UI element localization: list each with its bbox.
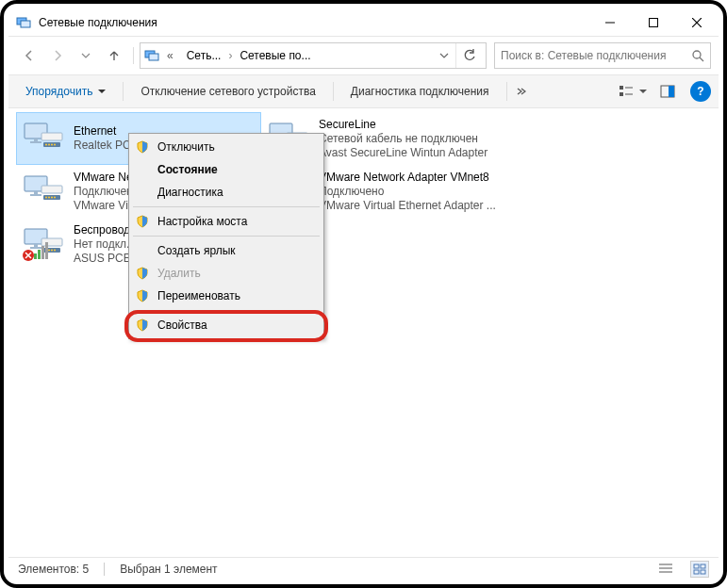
svg-rect-7 [149,54,158,60]
svg-point-60 [54,250,56,252]
ctx-delete: Удалить [131,262,322,285]
status-bar: Элементов: 5 Выбран 1 элемент [8,557,719,580]
svg-rect-63 [41,246,44,259]
svg-point-41 [51,197,53,199]
ctx-disable[interactable]: Отключить [131,136,322,158]
svg-point-22 [48,144,50,146]
svg-point-40 [48,197,50,199]
svg-point-24 [54,144,56,146]
breadcrumb-back[interactable]: « [161,47,179,64]
svg-rect-73 [694,570,699,574]
svg-rect-3 [650,19,658,27]
details-view-button[interactable] [656,561,675,578]
ctx-bridge[interactable]: Настройка моста [131,210,322,233]
maximize-button[interactable] [632,8,675,37]
svg-rect-15 [669,86,674,97]
ctx-properties[interactable]: Свойства [131,314,322,336]
svg-rect-36 [30,194,41,196]
connection-adapter: Avast SecureLine Wintun Adapter [319,146,502,160]
minimize-button[interactable] [588,8,632,37]
window-title: Сетевые подключения [39,16,588,29]
svg-rect-35 [34,191,38,194]
svg-rect-1 [21,21,30,27]
svg-rect-61 [34,253,37,259]
svg-rect-11 [620,92,623,96]
context-menu: Отключить Состояние Диагностика Настройк… [128,133,324,339]
svg-rect-17 [34,139,38,141]
toolbar-overflow[interactable] [515,87,528,96]
back-button[interactable] [16,42,42,69]
app-icon [16,15,31,30]
organize-button[interactable]: Упорядочить [16,81,115,102]
large-icons-view-button[interactable] [690,561,709,578]
svg-rect-37 [41,186,62,193]
location-icon [144,48,159,63]
connection-adapter: VMware Virtual Ethernet Adapter ... [319,199,502,213]
svg-point-42 [54,197,56,199]
disable-device-button[interactable]: Отключение сетевого устройства [131,81,324,102]
network-adapter-icon [21,120,66,157]
preview-icon [660,84,675,99]
network-adapter-icon [21,172,66,210]
toolbar: Упорядочить Отключение сетевого устройст… [8,74,719,108]
svg-point-59 [51,250,53,252]
navigation-bar: « Сеть... › Сетевые по... Поиск в: Сетев… [8,37,719,74]
ctx-shortcut[interactable]: Создать ярлык [131,239,322,262]
shield-icon [135,214,150,229]
svg-rect-72 [701,564,705,568]
close-button[interactable] [675,8,719,37]
ctx-diagnose[interactable]: Диагностика [131,181,322,204]
address-bar[interactable]: « Сеть... › Сетевые по... [140,42,487,69]
diagnose-button[interactable]: Диагностика подключения [341,81,499,102]
view-icon [619,84,634,99]
connection-status: Сетевой кабель не подключен [319,132,502,146]
breadcrumb-network[interactable]: Сеть... [181,47,227,64]
svg-point-39 [45,197,47,199]
search-icon [691,49,704,62]
svg-point-21 [45,144,47,146]
content-area[interactable]: EthernetRealtek PCIe...SecureLineСетевой… [8,108,719,557]
network-adapter-icon [21,225,66,263]
status-count: Элементов: 5 [18,563,89,576]
ctx-rename[interactable]: Переименовать [131,285,322,307]
connection-status: Подключено [319,185,502,199]
window-controls [588,8,719,36]
chevron-right-icon: › [228,49,232,62]
address-dropdown[interactable] [435,43,454,68]
chevron-down-icon [98,88,106,95]
view-options-button[interactable] [615,80,651,103]
shield-icon [135,266,150,281]
svg-rect-55 [41,238,62,246]
recent-dropdown[interactable] [73,42,99,69]
status-selected: Выбран 1 элемент [120,563,217,576]
svg-line-9 [700,57,703,61]
connections-grid: EthernetRealtek PCIe...SecureLineСетевой… [16,112,711,270]
svg-rect-74 [701,570,705,574]
connection-name: SecureLine [319,118,502,132]
chevron-down-icon [639,88,647,95]
svg-rect-64 [45,242,48,259]
connection-name: VMware Network Adapter VMnet8 [319,171,502,185]
svg-rect-18 [30,141,41,143]
svg-rect-71 [694,564,699,568]
ctx-status[interactable]: Состояние [131,158,322,181]
svg-point-8 [693,51,701,58]
preview-pane-button[interactable] [654,80,681,103]
shield-icon [135,288,150,303]
forward-button[interactable] [44,42,71,69]
svg-rect-54 [30,247,41,249]
svg-point-58 [48,250,50,252]
up-button[interactable] [101,42,127,69]
svg-rect-10 [620,86,623,90]
svg-rect-53 [34,244,38,247]
svg-point-23 [51,144,53,146]
breadcrumb-connections[interactable]: Сетевые по... [234,47,316,64]
help-button[interactable]: ? [690,81,711,102]
refresh-button[interactable] [455,43,482,68]
shield-icon [135,318,150,333]
shield-icon [135,139,150,155]
search-input[interactable]: Поиск в: Сетевые подключения [494,42,711,69]
svg-rect-62 [38,250,41,259]
titlebar: Сетевые подключения [8,8,719,37]
network-connections-window: Сетевые подключения « Сеть... › Сетевые … [8,8,719,580]
